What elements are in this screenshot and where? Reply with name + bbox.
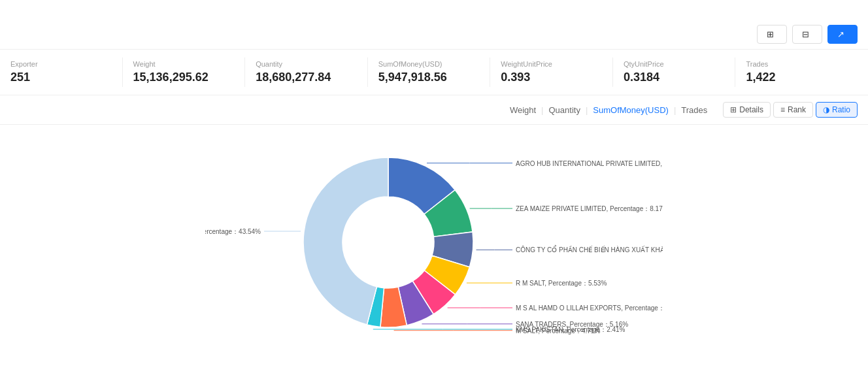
filter-group: Weight|Quantity|SumOfMoney(USD)|Trades bbox=[505, 105, 712, 115]
stat-item-weight: Weight 15,136,295.62 bbox=[123, 57, 246, 87]
details-icon: ⊞ bbox=[730, 105, 737, 114]
donut-chart: AGRO HUB INTERNATIONAL PRIVATE LIMITED, … bbox=[205, 138, 663, 347]
svg-text:ZEA MAIZE PRIVATE LIMITED,  Pe: ZEA MAIZE PRIVATE LIMITED, Percentage：8.… bbox=[516, 205, 663, 212]
stat-item-trades: Trades 1,422 bbox=[735, 57, 858, 87]
view-btn-rank[interactable]: ≡ Rank bbox=[773, 102, 813, 118]
stat-item-qtyunitprice: QtyUnitPrice 0.3184 bbox=[613, 57, 736, 87]
rank-icon: ≡ bbox=[780, 105, 785, 114]
svg-text:KMS PAKISTAN,  Percentage：2.41: KMS PAKISTAN, Percentage：2.41% bbox=[516, 326, 626, 333]
stat-item-quantity: Quantity 18,680,277.84 bbox=[245, 57, 368, 87]
export-button[interactable]: ↗ bbox=[827, 25, 858, 44]
svg-text:AGRO HUB INTERNATIONAL PRIVATE: AGRO HUB INTERNATIONAL PRIVATE LIMITED, … bbox=[516, 160, 663, 167]
stat-item-sumofmoney-usd-: SumOfMoney(USD) 5,947,918.56 bbox=[368, 57, 491, 87]
export-icon: ↗ bbox=[837, 29, 844, 39]
filter-quantity[interactable]: Quantity bbox=[544, 105, 586, 115]
stat-item-exporter: Exporter 251 bbox=[10, 57, 123, 87]
merge-icon: ⊟ bbox=[802, 29, 809, 39]
svg-text:R M SALT,  Percentage：5.53%: R M SALT, Percentage：5.53% bbox=[516, 280, 607, 287]
filter-sumofmoney-usd-[interactable]: SumOfMoney(USD) bbox=[588, 105, 674, 115]
merge-button[interactable]: ⊟ bbox=[792, 25, 822, 44]
view-btn-ratio[interactable]: ◑ Ratio bbox=[816, 102, 858, 118]
chart-container: AGRO HUB INTERNATIONAL PRIVATE LIMITED, … bbox=[10, 138, 858, 347]
stats-row: Exporter 251 Weight 15,136,295.62 Quanti… bbox=[0, 50, 868, 95]
filter-weight[interactable]: Weight bbox=[505, 105, 541, 115]
chart-section: AGRO HUB INTERNATIONAL PRIVATE LIMITED, … bbox=[0, 125, 868, 360]
stat-item-weightunitprice: WeightUnitPrice 0.393 bbox=[490, 57, 613, 87]
svg-text:M S AL HAMD O LILLAH EXPORTS, : M S AL HAMD O LILLAH EXPORTS, Percentage… bbox=[516, 304, 663, 312]
view-buttons: ⊞ Details≡ Rank◑ Ratio bbox=[723, 102, 858, 118]
sync-crm-button[interactable]: ⊞ bbox=[757, 25, 787, 44]
svg-text:CÔNG TY CỔ PHẦN CHẾ BIẾN HÀNG : CÔNG TY CỔ PHẦN CHẾ BIẾN HÀNG XUẤT KHẨU … bbox=[516, 245, 663, 253]
view-btn-details[interactable]: ⊞ Details bbox=[723, 102, 771, 118]
sync-icon: ⊞ bbox=[767, 29, 774, 39]
filter-trades[interactable]: Trades bbox=[676, 105, 712, 115]
ratio-icon: ◑ bbox=[823, 105, 829, 114]
svg-text:others,  Percentage：43.54%: others, Percentage：43.54% bbox=[205, 228, 261, 235]
